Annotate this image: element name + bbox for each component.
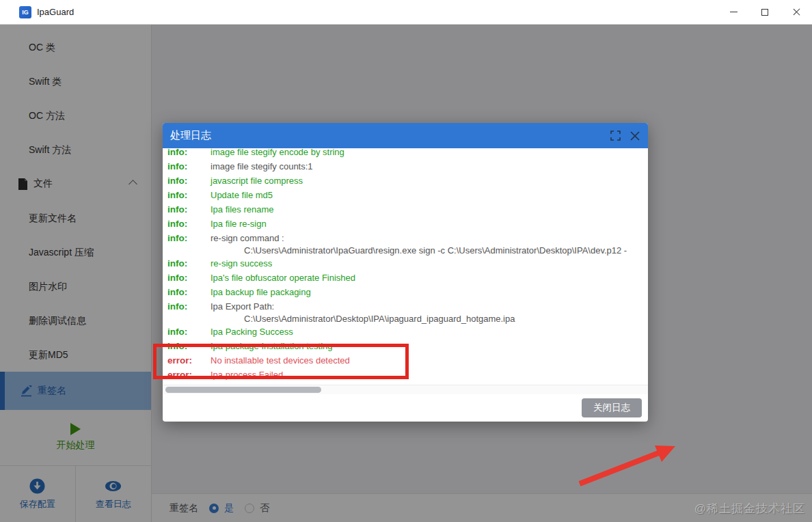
horizontal-scrollbar-thumb[interactable] bbox=[165, 387, 321, 393]
log-row: info:Ipa backup file packaging bbox=[167, 285, 648, 299]
log-level: info: bbox=[167, 159, 211, 174]
minimize-button[interactable] bbox=[718, 0, 749, 24]
log-level: info: bbox=[167, 231, 211, 245]
log-message: re-sign success bbox=[211, 258, 272, 269]
log-row: info:re-sign command : bbox=[167, 231, 648, 245]
dialog-title: 处理日志 bbox=[170, 129, 211, 142]
close-window-button[interactable] bbox=[781, 0, 812, 24]
log-row: info:Ipa's file obfuscator operate Finis… bbox=[167, 271, 648, 285]
horizontal-scrollbar[interactable] bbox=[163, 385, 648, 394]
log-message: Ipa file re-sign bbox=[211, 219, 267, 229]
log-level: info: bbox=[167, 148, 211, 159]
log-row: info:Ipa Packing Success bbox=[167, 325, 648, 339]
log-row: info:Update file md5 bbox=[167, 188, 648, 202]
log-message: Ipa files rename bbox=[211, 204, 274, 215]
log-message: Ipa Export Path: bbox=[211, 301, 274, 312]
log-message: re-sign command : bbox=[211, 233, 284, 243]
window-title: IpaGuard bbox=[37, 7, 74, 17]
log-level: info: bbox=[167, 202, 211, 217]
log-detail: C:\Users\Administrator\IpaGuard\resign.e… bbox=[167, 245, 648, 256]
log-row: info:re-sign success bbox=[167, 256, 648, 271]
log-row: info:image file stegify encode by string bbox=[167, 148, 648, 159]
log-message: Update file md5 bbox=[211, 190, 273, 200]
log-message: image file stegify encode by string bbox=[211, 148, 344, 157]
log-row: info:Ipa files rename bbox=[167, 202, 648, 217]
log-level: info: bbox=[167, 256, 211, 271]
log-row: info:javascript file compress bbox=[167, 174, 648, 188]
log-level: info: bbox=[167, 299, 211, 314]
log-level: info: bbox=[167, 217, 211, 231]
error-highlight-annotation bbox=[153, 344, 409, 379]
red-arrow-annotation bbox=[574, 437, 684, 491]
dialog-footer: 关闭日志 bbox=[163, 394, 648, 422]
log-detail: C:\Users\Administrator\Desktop\IPA\ipagu… bbox=[167, 314, 648, 325]
log-level: info: bbox=[167, 174, 211, 188]
minimize-icon bbox=[730, 12, 737, 13]
log-level: info: bbox=[167, 271, 211, 285]
maximize-icon bbox=[761, 9, 768, 16]
app-logo-icon: IG bbox=[19, 6, 31, 18]
log-level: info: bbox=[167, 325, 211, 339]
window-controls bbox=[718, 0, 812, 24]
log-row: info:Ipa Export Path: bbox=[167, 299, 648, 314]
close-log-button[interactable]: 关闭日志 bbox=[582, 398, 642, 417]
log-row: info:Ipa file re-sign bbox=[167, 217, 648, 231]
log-message: Ipa Packing Success bbox=[211, 327, 293, 337]
title-bar: IG IpaGuard bbox=[0, 0, 812, 25]
watermark: @稀土掘金技术社区 bbox=[694, 501, 805, 517]
log-row: info:image file stegify counts:1 bbox=[167, 159, 648, 174]
log-message: Ipa's file obfuscator operate Finished bbox=[211, 273, 355, 283]
fullscreen-icon[interactable] bbox=[610, 130, 621, 141]
maximize-button[interactable] bbox=[749, 0, 781, 24]
log-message: Ipa backup file packaging bbox=[211, 287, 311, 297]
dialog-header[interactable]: 处理日志 bbox=[163, 123, 648, 148]
dialog-close-icon[interactable] bbox=[630, 131, 640, 141]
close-icon bbox=[793, 8, 800, 16]
log-level: info: bbox=[167, 285, 211, 299]
log-message: javascript file compress bbox=[211, 176, 303, 186]
log-level: info: bbox=[167, 188, 211, 202]
log-message: image file stegify counts:1 bbox=[211, 161, 313, 171]
